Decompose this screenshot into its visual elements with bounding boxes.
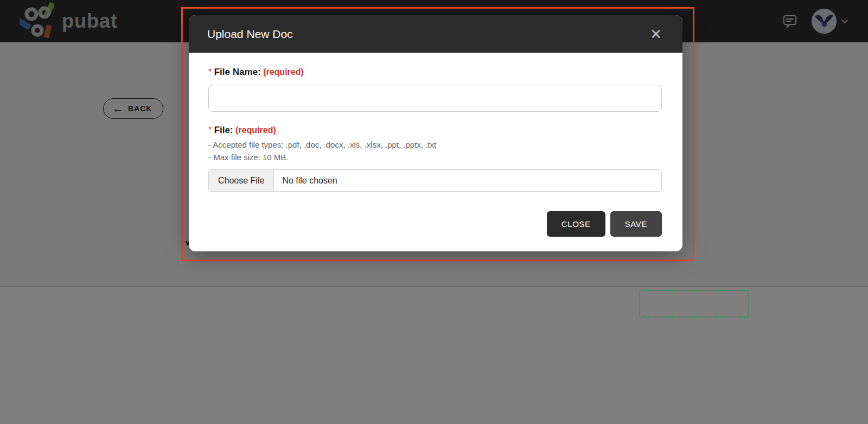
modal-title: Upload New Doc [207,28,293,41]
required-text: (required) [235,125,276,135]
required-asterisk: * [208,125,212,135]
file-name-input[interactable] [208,85,662,112]
file-input[interactable]: Choose File No file chosen [208,169,662,192]
required-text: (required) [263,67,304,77]
file-name-label: File Name: [214,67,261,77]
modal-body: * File Name: (required) * File: (require… [189,53,682,237]
modal-actions: CLOSE SAVE [208,211,662,237]
close-icon[interactable]: ✕ [648,25,664,43]
required-asterisk: * [208,67,212,77]
modal-header: Upload New Doc ✕ [189,15,682,53]
close-button[interactable]: CLOSE [547,211,605,237]
max-file-size-hint: - Max file size: 10 MB. [208,153,662,162]
file-name-label-row: * File Name: (required) [208,67,662,78]
no-file-chosen-text: No file chosen [274,170,337,191]
upload-new-doc-modal: Upload New Doc ✕ * File Name: (required)… [189,15,682,251]
save-button[interactable]: SAVE [610,211,662,237]
choose-file-button[interactable]: Choose File [209,170,274,191]
file-label-row: * File: (required) [208,125,662,136]
file-label: File: [214,125,233,135]
accepted-file-types-hint: - Accepted file types: .pdf, .doc, .docx… [208,140,662,149]
